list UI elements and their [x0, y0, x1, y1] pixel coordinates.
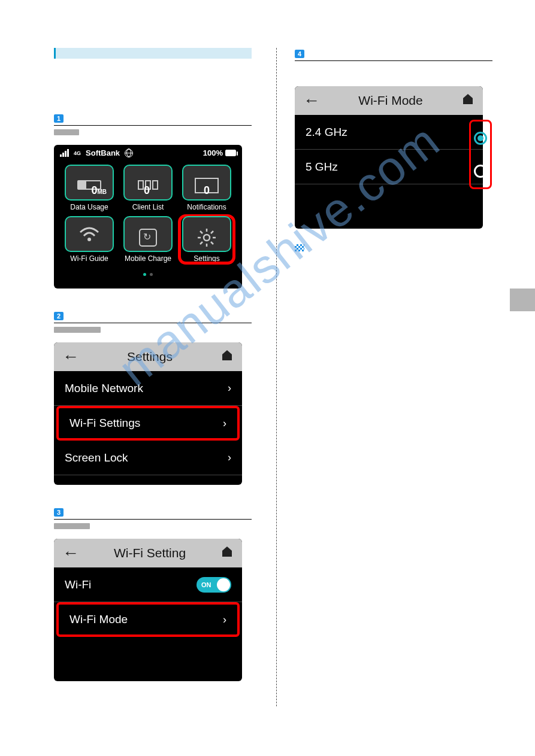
tile-client-list[interactable]: 0 Client List [121, 165, 175, 211]
chevron-right-icon: › [223, 417, 226, 430]
charge-icon [139, 229, 157, 247]
step-caption-3 [54, 523, 90, 529]
wifi-setting-title: Wi-Fi Setting [79, 546, 220, 560]
row-5ghz[interactable]: 5 GHz [295, 150, 483, 184]
svg-line-9 [211, 231, 213, 233]
home-icon[interactable] [220, 348, 234, 365]
home-icon[interactable] [220, 545, 234, 561]
battery-percent: 100% [203, 148, 223, 157]
step-badge-2: 2 [54, 312, 64, 320]
step-caption-1 [54, 129, 79, 135]
step-badge-4: 4 [295, 50, 304, 58]
step-1: 1 4G SoftBank 100% [54, 113, 258, 289]
signal-icon [60, 149, 69, 157]
svg-line-7 [211, 242, 213, 244]
back-icon[interactable]: ← [303, 91, 320, 110]
row-24ghz[interactable]: 2.4 GHz [295, 115, 483, 150]
step-rule [54, 323, 252, 323]
svg-point-0 [87, 238, 91, 241]
wifi-setting-screenshot: ← Wi-Fi Setting Wi-Fi ON Wi-Fi Mode› [54, 539, 242, 681]
tile-notifications[interactable]: 0 Notifications [180, 165, 234, 211]
finish-flag-icon [295, 244, 304, 251]
step-rule [54, 519, 252, 520]
step-rule [54, 125, 252, 126]
svg-point-1 [204, 235, 210, 241]
status-bar: 4G SoftBank 100% [54, 145, 242, 161]
tile-settings[interactable]: Settings [180, 216, 234, 263]
page-dots [54, 265, 242, 281]
tile-wifi-guide[interactable]: Wi-Fi Guide [62, 216, 116, 263]
side-tab [510, 289, 535, 311]
home-icon[interactable] [461, 92, 474, 109]
row-screen-lock[interactable]: Screen Lock› [54, 441, 242, 475]
step-3: 3 ← Wi-Fi Setting Wi-Fi ON Wi-Fi Mode› [54, 506, 258, 681]
radio-highlight [469, 120, 492, 189]
row-wifi-mode[interactable]: Wi-Fi Mode› [56, 602, 240, 637]
carrier-label: SoftBank [86, 148, 120, 157]
step-caption-2 [54, 327, 101, 333]
step-badge-1: 1 [54, 114, 64, 123]
settings-title: Settings [79, 350, 220, 364]
network-type: 4G [74, 151, 81, 156]
home-screenshot: 4G SoftBank 100% 0MB Data Usage [54, 145, 242, 289]
row-wifi-settings[interactable]: Wi-Fi Settings› [56, 406, 240, 441]
tile-mobile-charge[interactable]: Mobile Charge [121, 216, 175, 263]
wifi-icon [77, 222, 101, 246]
settings-header: ← Settings [54, 342, 242, 371]
wifi-mode-title: Wi-Fi Mode [320, 93, 461, 108]
chevron-right-icon: › [223, 614, 226, 626]
step-badge-3: 3 [54, 508, 64, 517]
back-icon[interactable]: ← [62, 347, 79, 366]
chevron-right-icon: › [228, 451, 231, 464]
globe-icon [125, 149, 133, 157]
step-rule [295, 60, 492, 61]
svg-line-8 [200, 242, 202, 244]
settings-screenshot: ← Settings Mobile Network› Wi-Fi Setting… [54, 342, 242, 485]
chevron-right-icon: › [228, 382, 231, 394]
back-icon[interactable]: ← [62, 544, 79, 563]
step-2: 2 ← Settings Mobile Network› Wi-Fi Setti… [54, 310, 258, 485]
battery-icon [225, 150, 236, 156]
wifi-setting-header: ← Wi-Fi Setting [54, 539, 242, 567]
radio-24ghz[interactable] [474, 132, 487, 145]
row-mobile-network[interactable]: Mobile Network› [54, 371, 242, 406]
wifi-mode-header: ← Wi-Fi Mode [295, 86, 483, 115]
radio-5ghz[interactable] [474, 165, 487, 178]
wifi-toggle[interactable]: ON [197, 577, 231, 593]
gear-icon [197, 227, 217, 248]
section-header [54, 48, 252, 59]
tile-data-usage[interactable]: 0MB Data Usage [62, 165, 116, 211]
row-wifi-toggle[interactable]: Wi-Fi ON [54, 567, 242, 602]
wifi-mode-screenshot: ← Wi-Fi Mode 2.4 GHz 5 GHz [295, 86, 483, 229]
svg-line-6 [200, 231, 202, 233]
step-4: 4 ← Wi-Fi Mode 2.4 GHz 5 GHz [295, 48, 499, 254]
